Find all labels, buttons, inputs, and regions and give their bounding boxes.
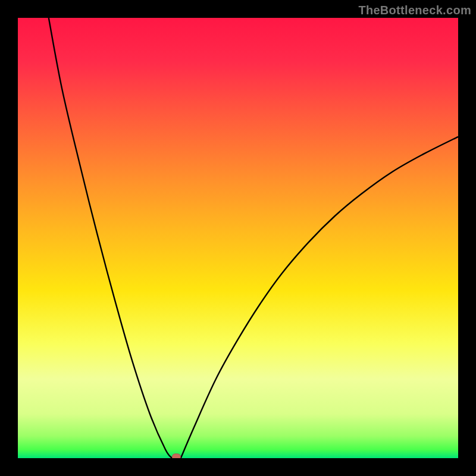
curve-svg	[18, 18, 458, 458]
bottleneck-curve-left	[49, 18, 172, 458]
chart-container: TheBottleneck.com	[0, 0, 476, 476]
min-point-marker	[172, 454, 180, 458]
watermark-text: TheBottleneck.com	[358, 4, 471, 17]
bottleneck-curve-right	[181, 137, 458, 458]
plot-area	[18, 18, 458, 458]
